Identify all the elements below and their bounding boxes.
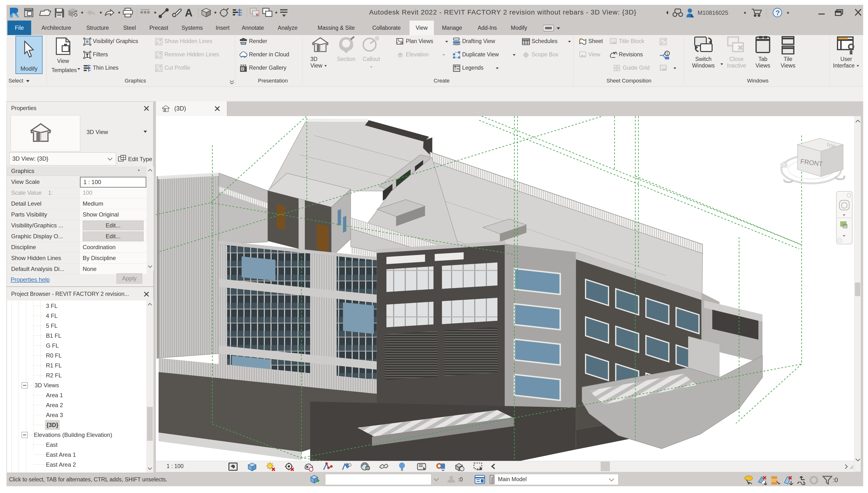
svg-text:M10816025: M10816025 [698,9,728,16]
svg-text:1: 1 [666,51,668,56]
svg-text::0: :0 [833,476,838,484]
svg-text:?: ? [775,9,780,17]
